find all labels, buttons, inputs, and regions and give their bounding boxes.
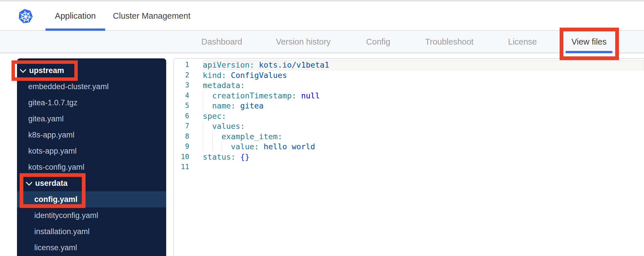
- indent-guide: [203, 131, 212, 142]
- indent-guide: [203, 91, 212, 101]
- tree-file-gitea-1.0.7.tgz[interactable]: gitea-1.0.7.tgz: [17, 95, 166, 111]
- tree-item-label: userdata: [35, 179, 68, 188]
- code-line-7: 7values:: [174, 121, 644, 131]
- code-line-11: 11: [174, 162, 644, 172]
- tree-item-label: upstream: [29, 66, 64, 75]
- tree-item-label: installation.yaml: [34, 227, 90, 236]
- code-line-content: [203, 162, 644, 172]
- code-line-content: value: hello world: [203, 142, 644, 152]
- tree-file-identityconfig.yaml[interactable]: identityconfig.yaml: [17, 207, 166, 223]
- tree-file-license.yaml[interactable]: license.yaml: [17, 240, 166, 256]
- tree-item-label: embedded-cluster.yaml: [28, 82, 109, 91]
- tree-file-gitea.yaml[interactable]: gitea.yaml: [17, 111, 166, 127]
- code-line-1: 1apiVersion: kots.io/v1beta1: [174, 60, 644, 70]
- code-line-9: 9value: hello world: [174, 142, 644, 152]
- header: Application Cluster Management: [0, 1, 644, 31]
- tree-file-config.yaml[interactable]: config.yaml: [17, 191, 166, 207]
- subnav-item-version-history[interactable]: Version history: [276, 31, 331, 53]
- tree-item-label: identityconfig.yaml: [34, 211, 98, 220]
- tree-item-label: config.yaml: [34, 195, 77, 204]
- subnav-item-dashboard[interactable]: Dashboard: [201, 31, 242, 53]
- code-line-content: spec:: [203, 111, 644, 121]
- tree-item-label: gitea-1.0.7.tgz: [28, 98, 77, 107]
- code-line-content: metadata:: [203, 80, 644, 91]
- line-number: 7: [174, 121, 203, 131]
- chevron-down-icon: [26, 179, 33, 186]
- code-line-5: 5name: gitea: [174, 101, 644, 111]
- subnav-item-license[interactable]: License: [508, 31, 537, 53]
- file-tree-sidebar: upstreamembedded-cluster.yamlgitea-1.0.7…: [17, 58, 166, 256]
- code-line-content: apiVersion: kots.io/v1beta1: [203, 60, 644, 70]
- line-number: 6: [174, 111, 203, 121]
- yaml-editor[interactable]: 1apiVersion: kots.io/v1beta12kind: Confi…: [173, 58, 644, 256]
- line-number: 11: [174, 162, 203, 172]
- line-number: 8: [174, 131, 203, 142]
- tree-folder-upstream[interactable]: upstream: [17, 62, 166, 79]
- kubernetes-logo-icon: [18, 8, 33, 26]
- code-line-3: 3metadata:: [174, 80, 644, 91]
- code-line-content: kind: ConfigValues: [203, 70, 644, 81]
- code-line-content: name: gitea: [203, 101, 644, 111]
- indent-guide: [212, 142, 222, 152]
- code-line-content: example_item:: [203, 131, 644, 142]
- tab-cluster-management[interactable]: Cluster Management: [113, 1, 191, 30]
- line-number: 2: [174, 70, 203, 81]
- code-line-4: 4creationTimestamp: null: [174, 91, 644, 101]
- tree-item-label: k8s-app.yaml: [28, 131, 75, 140]
- line-number: 10: [174, 152, 203, 162]
- indent-guide: [203, 101, 212, 111]
- tree-item-label: license.yaml: [34, 243, 77, 252]
- code-line-10: 10status: {}: [174, 152, 644, 162]
- tree-file-k8s-app.yaml[interactable]: k8s-app.yaml: [17, 127, 166, 143]
- subnav-item-view-files[interactable]: View files: [571, 31, 607, 53]
- line-number: 1: [174, 60, 203, 70]
- tree-file-embedded-cluster.yaml[interactable]: embedded-cluster.yaml: [17, 79, 166, 95]
- tab-application[interactable]: Application: [46, 1, 105, 30]
- chevron-down-icon: [20, 66, 26, 73]
- tree-item-label: kots-app.yaml: [28, 147, 77, 156]
- tree-file-installation.yaml[interactable]: installation.yaml: [17, 223, 166, 240]
- tree-file-kots-config.yaml[interactable]: kots-config.yaml: [17, 159, 166, 175]
- line-number: 5: [174, 101, 203, 111]
- line-number: 4: [174, 91, 203, 101]
- view-files-active-underline: [566, 51, 612, 53]
- indent-guide: [203, 121, 212, 131]
- code-line-2: 2kind: ConfigValues: [174, 70, 644, 81]
- app-subnav: DashboardVersion historyConfigTroublesho…: [0, 31, 644, 53]
- tree-item-label: kots-config.yaml: [28, 163, 84, 172]
- line-number: 9: [174, 142, 203, 152]
- subnav-item-config[interactable]: Config: [366, 31, 390, 53]
- tree-item-label: gitea.yaml: [28, 114, 64, 123]
- indent-guide: [203, 142, 212, 152]
- code-line-content: status: {}: [203, 152, 644, 162]
- kots-admin-console: Application Cluster Management Dashboard…: [0, 0, 644, 256]
- code-line-content: values:: [203, 121, 644, 131]
- subnav-item-troubleshoot[interactable]: Troubleshoot: [425, 31, 473, 53]
- code-line-8: 8example_item:: [174, 131, 644, 142]
- code-line-6: 6spec:: [174, 111, 644, 121]
- line-number: 3: [174, 80, 203, 91]
- active-tab-underline: [46, 28, 105, 31]
- tree-file-kots-app.yaml[interactable]: kots-app.yaml: [17, 143, 166, 159]
- indent-guide: [221, 142, 231, 152]
- tree-folder-userdata[interactable]: userdata: [17, 175, 166, 191]
- indent-guide: [212, 131, 222, 142]
- code-line-content: creationTimestamp: null: [203, 91, 644, 101]
